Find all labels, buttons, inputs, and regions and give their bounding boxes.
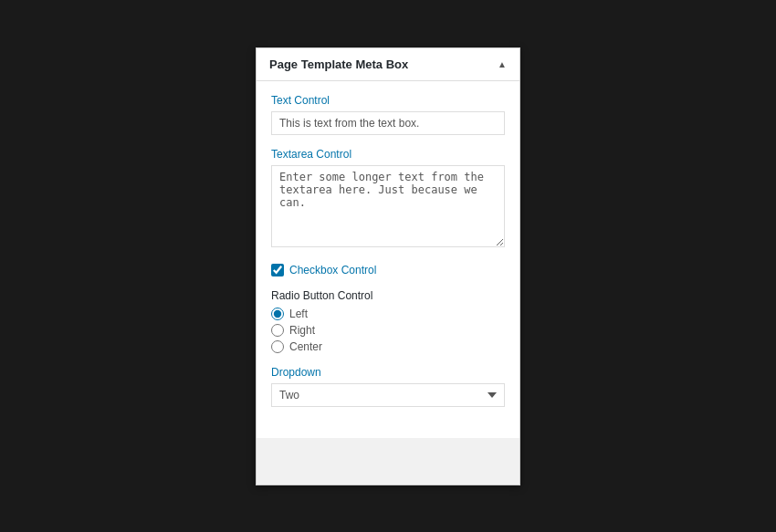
radio-label-right: Right <box>289 324 315 337</box>
dropdown-select[interactable]: One Two Three <box>271 383 505 407</box>
dropdown-group: Dropdown One Two Three <box>271 366 505 407</box>
panel-header: Page Template Meta Box ▲ <box>257 48 519 81</box>
text-control-input[interactable] <box>271 111 505 135</box>
checkbox-control-label: Checkbox Control <box>289 264 376 276</box>
radio-control-label: Radio Button Control <box>271 289 505 302</box>
panel-title: Page Template Meta Box <box>269 57 408 71</box>
dropdown-label: Dropdown <box>271 366 505 379</box>
radio-option-right: Right <box>271 324 505 337</box>
radio-option-center: Center <box>271 340 505 353</box>
panel-body: Text Control Textarea Control Enter some… <box>257 81 519 438</box>
meta-box-panel: Page Template Meta Box ▲ Text Control Te… <box>256 47 520 485</box>
text-control-label: Text Control <box>271 94 505 107</box>
text-control-group: Text Control <box>271 94 505 135</box>
radio-label-center: Center <box>289 340 322 353</box>
radio-input-center[interactable] <box>271 340 284 353</box>
radio-input-left[interactable] <box>271 308 284 320</box>
radio-label-left: Left <box>289 308 308 320</box>
textarea-control-input[interactable]: Enter some longer text from the textarea… <box>271 165 505 247</box>
radio-control-group: Radio Button Control Left Right Center <box>271 289 505 353</box>
radio-option-left: Left <box>271 308 505 320</box>
textarea-control-label: Textarea Control <box>271 148 505 161</box>
checkbox-control-input[interactable] <box>271 264 284 276</box>
textarea-control-group: Textarea Control Enter some longer text … <box>271 148 505 251</box>
checkbox-control-group: Checkbox Control <box>271 264 505 276</box>
panel-toggle-icon[interactable]: ▲ <box>498 59 507 69</box>
radio-input-right[interactable] <box>271 324 284 337</box>
